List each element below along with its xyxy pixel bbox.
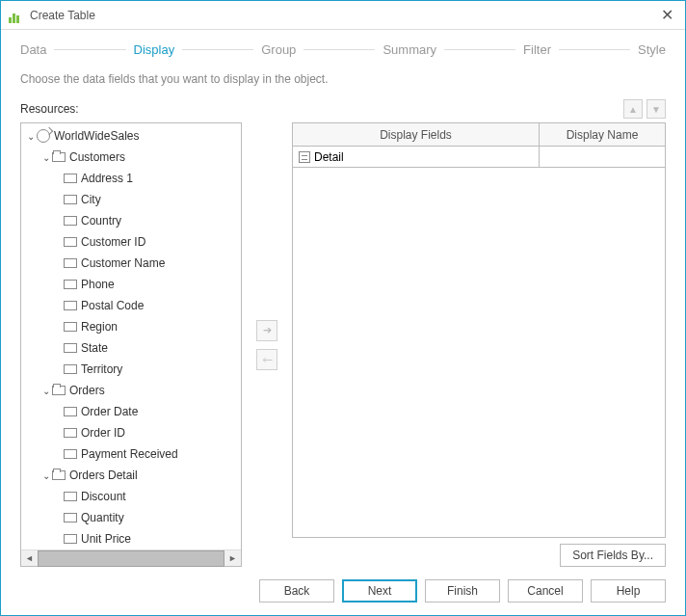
tree-field[interactable]: Phone [21,274,241,295]
footer-buttons: Back Next Finish Cancel Help [1,567,685,615]
column-header-display-name[interactable]: Display Name [540,123,665,146]
resources-tree-panel: ⌄ WorldWideSales ⌄ Customers Address 1 C… [20,122,242,567]
tree-field-label: Discount [81,490,126,503]
chevron-down-icon[interactable]: ⌄ [25,131,37,142]
scroll-track[interactable] [38,550,224,567]
tree-field[interactable]: City [21,189,241,210]
tree-field-label: Postal Code [81,299,144,312]
move-up-button[interactable]: ▲ [623,99,643,119]
field-icon [64,322,77,332]
tree-group[interactable]: ⌄ Customers [21,147,241,168]
resources-tree[interactable]: ⌄ WorldWideSales ⌄ Customers Address 1 C… [21,123,241,549]
tree-field-label: Territory [81,362,122,376]
tree-field[interactable]: Payment Received [21,443,241,465]
tree-field[interactable]: Unit Price [21,528,241,549]
table-row[interactable]: Detail [293,147,665,168]
step-separator [444,49,515,50]
field-icon [64,534,77,544]
step-data[interactable]: Data [20,42,46,57]
chevron-down-icon[interactable]: ⌄ [40,386,52,396]
tree-field[interactable]: Region [21,316,241,337]
tree-group[interactable]: ⌄ Orders Detail [21,465,241,486]
tree-field-label: Phone [81,278,115,291]
tree-field[interactable]: Postal Code [21,295,241,316]
step-separator [54,49,125,50]
step-group[interactable]: Group [261,42,296,57]
cancel-button[interactable]: Cancel [508,579,583,603]
tree-field[interactable]: Discount [21,486,241,507]
tree-field-label: Quantity [81,511,124,524]
field-icon [64,407,77,416]
create-table-dialog: Create Table ✕ Data Display Group Summar… [0,0,686,616]
scroll-right-icon[interactable]: ► [224,550,241,567]
step-filter[interactable]: Filter [523,42,551,57]
tree-field[interactable]: Order Date [21,401,241,422]
horizontal-scrollbar[interactable]: ◄ ► [21,549,241,566]
chevron-down-icon[interactable]: ⌄ [40,152,52,163]
tree-field[interactable]: Address 1 [21,168,241,189]
folder-icon [52,152,66,162]
add-field-button[interactable]: ➔ [256,320,277,341]
field-icon [64,258,77,268]
field-icon [64,216,77,226]
resources-header-row: Resources: ▲ ▼ [20,99,666,119]
field-icon [64,280,77,289]
field-icon [64,492,77,501]
tree-field-label: Order ID [81,426,125,440]
step-summary[interactable]: Summary [383,42,436,57]
tree-root[interactable]: ⌄ WorldWideSales [21,125,241,147]
tree-field[interactable]: Order ID [21,422,241,443]
tree-field[interactable]: Territory [21,359,241,380]
step-separator [182,49,253,50]
cell-display-field[interactable]: Detail [293,147,540,168]
remove-field-button[interactable]: 🡐 [256,349,277,370]
back-button[interactable]: Back [259,579,334,603]
tree-field-label: Region [81,320,118,334]
datasource-icon [37,129,50,143]
field-icon [64,301,77,310]
chevron-down-icon[interactable]: ⌄ [40,470,52,481]
nav-buttons: ▲ ▼ [623,99,666,119]
tree-field[interactable]: Quantity [21,507,241,528]
window-title: Create Table [30,9,95,22]
field-icon [64,343,77,353]
app-logo-icon [9,8,24,23]
field-icon [64,449,77,459]
tree-field[interactable]: Country [21,210,241,231]
field-icon [64,513,77,522]
tree-field[interactable]: Customer Name [21,253,241,274]
step-style[interactable]: Style [638,42,666,57]
step-display[interactable]: Display [134,42,175,57]
tree-field-label: Unit Price [81,532,131,546]
display-fields-panel: Display Fields Display Name Detail [292,122,666,567]
instruction-text: Choose the data fields that you want to … [1,68,685,99]
step-separator [303,49,375,50]
cell-display-name[interactable] [540,147,665,168]
folder-icon [52,386,66,395]
table-body: Detail [293,147,665,537]
table-header: Display Fields Display Name [293,123,665,147]
field-icon [64,364,77,374]
move-down-button[interactable]: ▼ [646,99,666,119]
sort-row: Sort Fields By... [292,544,666,567]
next-button[interactable]: Next [342,579,417,603]
close-button[interactable]: ✕ [657,6,677,24]
wizard-steps: Data Display Group Summary Filter Style [1,30,685,68]
sort-fields-button[interactable]: Sort Fields By... [560,544,666,567]
tree-root-label: WorldWideSales [54,129,139,143]
column-header-display-fields[interactable]: Display Fields [293,123,540,146]
tree-group[interactable]: ⌄ Orders [21,380,241,401]
tree-field-label: Country [81,214,121,228]
finish-button[interactable]: Finish [425,579,500,603]
tree-field-label: Order Date [81,405,138,418]
tree-field[interactable]: Customer ID [21,231,241,253]
transfer-buttons: ➔ 🡐 [250,122,284,567]
cell-field-label: Detail [314,150,344,164]
field-icon [64,174,77,183]
tree-field-label: City [81,193,101,206]
help-button[interactable]: Help [591,579,666,603]
tree-field-label: Customer ID [81,235,145,249]
scroll-left-icon[interactable]: ◄ [21,550,38,567]
tree-group-label: Orders Detail [69,469,138,482]
tree-field[interactable]: State [21,337,241,359]
